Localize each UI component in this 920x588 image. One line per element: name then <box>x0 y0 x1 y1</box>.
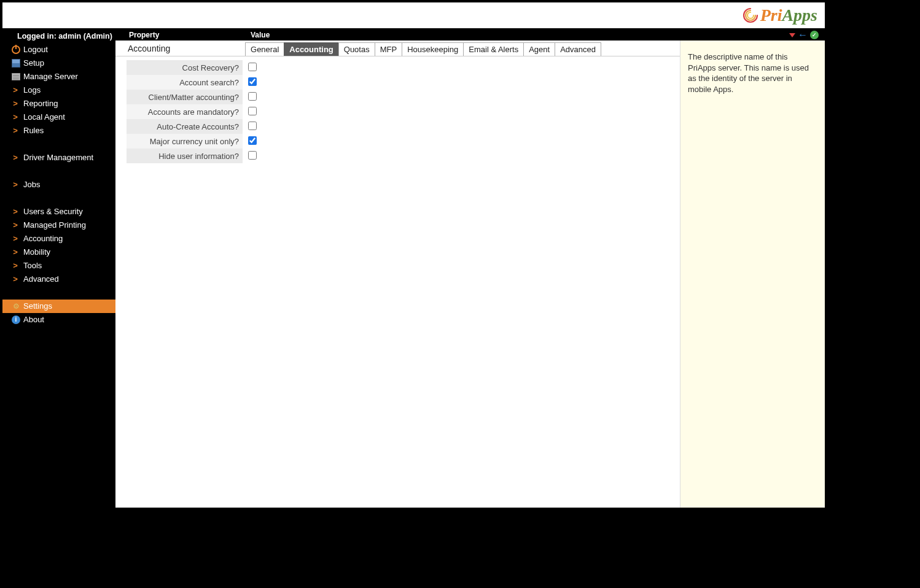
sidebar-item-label: Advanced <box>23 274 59 285</box>
sidebar-item-accounting[interactable]: >Accounting <box>2 232 115 246</box>
power-icon <box>11 45 21 55</box>
info-icon: i <box>11 315 21 325</box>
sidebar-item-manage-server[interactable]: Manage Server <box>2 70 115 83</box>
property-checkbox-auto-create-accounts[interactable] <box>248 122 257 130</box>
chevron-right-icon: > <box>11 260 20 271</box>
property-row: Cost Recovery? <box>127 60 380 75</box>
back-arrow-icon[interactable]: ← <box>798 29 808 41</box>
sidebar-item-label: About <box>23 314 44 325</box>
sidebar: Logged in: admin (Admin) LogoutSetupMana… <box>2 29 115 508</box>
gears-icon: ⚙ <box>11 301 21 311</box>
property-label: Account search? <box>127 75 243 90</box>
server-icon <box>11 72 21 82</box>
property-label: Client/Matter accounting? <box>127 90 243 104</box>
logo: PriApps <box>742 6 817 25</box>
sidebar-item-label: Tools <box>23 260 42 271</box>
sidebar-item-label: Local Agent <box>23 112 65 123</box>
setup-icon <box>11 58 21 68</box>
property-label: Accounts are mandatory? <box>127 104 243 119</box>
property-label: Major currency unit only? <box>127 134 243 149</box>
sidebar-item-logs[interactable]: >Logs <box>2 83 115 97</box>
tab-quotas[interactable]: Quotas <box>338 42 375 56</box>
tab-mfp[interactable]: MFP <box>375 42 402 56</box>
property-checkbox-accounts-are-mandatory[interactable] <box>248 107 257 115</box>
tab-accounting[interactable]: Accounting <box>284 42 339 56</box>
chevron-right-icon: > <box>11 112 20 123</box>
sidebar-item-label: Setup <box>23 58 44 69</box>
sidebar-item-advanced[interactable]: >Advanced <box>2 273 115 286</box>
sidebar-item-local-agent[interactable]: >Local Agent <box>2 110 115 124</box>
sidebar-item-label: Managed Printing <box>23 220 86 231</box>
tab-email-alerts[interactable]: Email & Alerts <box>463 42 524 56</box>
top-banner: PriApps <box>2 2 825 29</box>
dropdown-icon[interactable] <box>789 33 795 37</box>
sidebar-item-label: Users & Security <box>23 206 83 217</box>
sidebar-item-label: Accounting <box>23 233 63 244</box>
chevron-right-icon: > <box>11 85 20 96</box>
sidebar-item-driver-management[interactable]: >Driver Management <box>2 151 115 164</box>
sidebar-item-label: Logs <box>23 85 41 96</box>
chevron-right-icon: > <box>11 220 20 231</box>
logo-text-pri: Pri <box>760 6 782 25</box>
info-panel: The descriptive name of this PriApps ser… <box>680 41 825 508</box>
chevron-right-icon: > <box>11 206 20 217</box>
property-checkbox-cost-recovery[interactable] <box>248 63 257 71</box>
sidebar-item-jobs[interactable]: >Jobs <box>2 178 115 191</box>
property-label: Auto-Create Accounts? <box>127 119 243 134</box>
property-row: Account search? <box>127 75 380 90</box>
property-label: Hide user information? <box>127 149 243 163</box>
sidebar-item-label: Mobility <box>23 247 50 258</box>
property-row: Major currency unit only? <box>127 134 380 149</box>
sidebar-item-label: Manage Server <box>23 71 78 82</box>
tab-bar: GeneralAccountingQuotasMFPHousekeepingEm… <box>245 42 601 56</box>
sidebar-item-label: Settings <box>23 301 52 312</box>
sidebar-item-users-security[interactable]: >Users & Security <box>2 205 115 219</box>
property-checkbox-account-search[interactable] <box>248 77 257 86</box>
property-row: Accounts are mandatory? <box>127 104 380 119</box>
sidebar-item-managed-printing[interactable]: >Managed Printing <box>2 219 115 232</box>
sidebar-item-about[interactable]: iAbout <box>2 313 115 327</box>
property-row: Client/Matter accounting? <box>127 90 380 104</box>
tab-advanced[interactable]: Advanced <box>555 42 601 56</box>
section-title: Accounting <box>115 41 175 56</box>
sidebar-item-rules[interactable]: >Rules <box>2 124 115 137</box>
chevron-right-icon: > <box>11 179 20 190</box>
tab-general[interactable]: General <box>245 42 284 56</box>
property-label: Cost Recovery? <box>127 60 243 75</box>
column-header-row: Property Value ← ✓ <box>115 29 825 41</box>
chevron-right-icon: > <box>11 233 20 244</box>
chevron-right-icon: > <box>11 125 20 136</box>
property-checkbox-hide-user-information[interactable] <box>248 151 257 160</box>
tab-housekeeping[interactable]: Housekeeping <box>402 42 464 56</box>
ok-status-icon[interactable]: ✓ <box>810 31 819 39</box>
property-row: Auto-Create Accounts? <box>127 119 380 134</box>
sidebar-item-setup[interactable]: Setup <box>2 56 115 70</box>
chevron-right-icon: > <box>11 274 20 285</box>
chevron-right-icon: > <box>11 152 20 163</box>
sidebar-item-label: Driver Management <box>23 152 93 163</box>
logo-swirl-icon <box>742 7 759 24</box>
sidebar-item-label: Jobs <box>23 179 40 190</box>
sidebar-item-label: Rules <box>23 125 44 136</box>
sidebar-item-label: Logout <box>23 44 48 55</box>
sidebar-item-reporting[interactable]: >Reporting <box>2 97 115 110</box>
column-header-property: Property <box>115 31 251 39</box>
column-header-value: Value <box>251 31 270 39</box>
sidebar-item-tools[interactable]: >Tools <box>2 259 115 273</box>
property-row: Hide user information? <box>127 149 380 163</box>
content-area: Accounting GeneralAccountingQuotasMFPHou… <box>115 41 680 508</box>
sidebar-item-logout[interactable]: Logout <box>2 43 115 56</box>
sidebar-item-mobility[interactable]: >Mobility <box>2 246 115 259</box>
properties-list: Cost Recovery?Account search?Client/Matt… <box>127 60 380 163</box>
chevron-right-icon: > <box>11 247 20 258</box>
tab-agent[interactable]: Agent <box>523 42 555 56</box>
sidebar-item-label: Reporting <box>23 98 58 109</box>
logo-text-apps: Apps <box>782 6 817 25</box>
sidebar-item-settings[interactable]: ⚙Settings <box>2 300 115 313</box>
login-status: Logged in: admin (Admin) <box>2 29 115 43</box>
property-checkbox-major-currency-unit-only[interactable] <box>248 136 257 145</box>
property-checkbox-client-matter-accounting[interactable] <box>248 92 257 101</box>
chevron-right-icon: > <box>11 98 20 109</box>
